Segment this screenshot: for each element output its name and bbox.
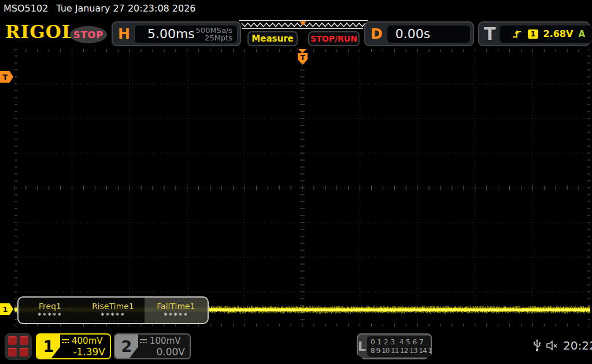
channel1-offset: -1.39V [61,347,105,358]
trigger-source-badge: 1 [528,29,538,39]
channel1-values: 400mV -1.39V [60,335,110,358]
waveform-preview-strip[interactable] [239,20,368,29]
delay-label: D [365,25,387,42]
trigger-display: 1 2.68V A [499,25,592,43]
channel1-number: 1 [37,335,60,358]
menu-dot [8,348,17,356]
menu-dot [20,336,28,345]
sample-rate: 500MSa/s [196,27,232,34]
system-clock: 20:22 [563,339,592,352]
ch1-offset-marker[interactable]: 1 [0,303,13,315]
quick-menu-icon[interactable] [5,333,32,360]
trigger-panel[interactable]: T 1 2.68V A [478,21,590,46]
channel2-number: 2 [115,335,138,358]
run-state-badge: STOP [70,26,107,43]
trigger-label: T [479,24,499,44]
dc-coupling-icon [61,338,69,344]
measurement-name: RiseTime1 [92,302,134,311]
trigger-position-arrow-icon[interactable] [298,49,306,53]
trigger-level-marker[interactable]: T [0,71,13,83]
trigger-level-value: 2.68V [543,28,574,39]
measurement-value: ***** [38,311,62,320]
measurement-name: FallTime1 [157,302,195,311]
logic-channels-badge[interactable]: L 0 1 2 3 4 5 6 7 8 9 10 11 12 13 14 15 [357,333,432,359]
measurement-panel[interactable]: Freq1 ***** RiseTime1 ***** FallTime1 **… [17,296,209,324]
usb-icon[interactable] [533,339,541,352]
channel2-values: 100mV 0.00V [138,335,190,358]
rigol-logo: RIGOL [5,21,75,42]
trigger-mode: A [578,29,592,39]
delay-display: 0.00s [387,25,471,43]
measurement-freq1[interactable]: Freq1 ***** [18,298,82,323]
logic-row1: 0 1 2 3 4 5 6 7 [371,338,432,347]
datetime: Tue January 27 20:23:08 2026 [56,3,195,14]
channel2-scale: 100mV [150,336,181,347]
oscilloscope-screen: MSO5102Tue January 27 20:23:08 2026 RIGO… [0,0,592,364]
measure-button[interactable]: Measure [247,31,298,46]
logic-label: L [358,335,366,358]
channel2-badge[interactable]: 2 100mV 0.00V [114,333,191,359]
measurement-value: ***** [164,311,188,320]
memory-depth: 25Mpts [196,34,232,42]
model-name: MSO5102 [3,3,48,14]
logic-row2: 8 9 10 11 12 13 14 15 [371,347,432,355]
timebase-value: 5.00ms [135,27,195,41]
delay-panel[interactable]: D 0.00s [364,21,474,46]
measurement-value: ***** [101,311,125,320]
preview-trigger-position-icon[interactable] [299,21,306,25]
dc-coupling-icon [139,338,147,344]
menu-dot [20,348,28,356]
measurement-falltime1[interactable]: FallTime1 ***** [145,298,208,323]
channel1-scale: 400mV [72,336,103,347]
acquisition-rates: 500MSa/s 25Mpts [196,27,237,42]
channel1-badge[interactable]: 1 400mV -1.39V [36,333,111,359]
horizontal-panel[interactable]: H 5.00ms 500MSa/s 25Mpts [112,21,241,46]
ch1-waveform-trace[interactable] [14,49,590,326]
channel2-offset: 0.00V [139,347,185,358]
horizontal-display: 5.00ms 500MSa/s 25Mpts [134,25,238,43]
logic-channel-numbers: 0 1 2 3 4 5 6 7 8 9 10 11 12 13 14 15 [367,336,432,357]
delay-value: 0.00s [387,27,430,41]
trigger-slope-icon [512,29,523,39]
speaker-muted-icon[interactable] [546,340,558,351]
measurement-risetime1[interactable]: RiseTime1 ***** [82,298,145,323]
horizontal-label: H [113,25,134,42]
menu-dot [8,336,17,345]
stop-run-button[interactable]: STOP/RUN [308,31,360,46]
status-bar: MSO5102Tue January 27 20:23:08 2026 [3,3,204,14]
measurement-name: Freq1 [39,302,61,311]
